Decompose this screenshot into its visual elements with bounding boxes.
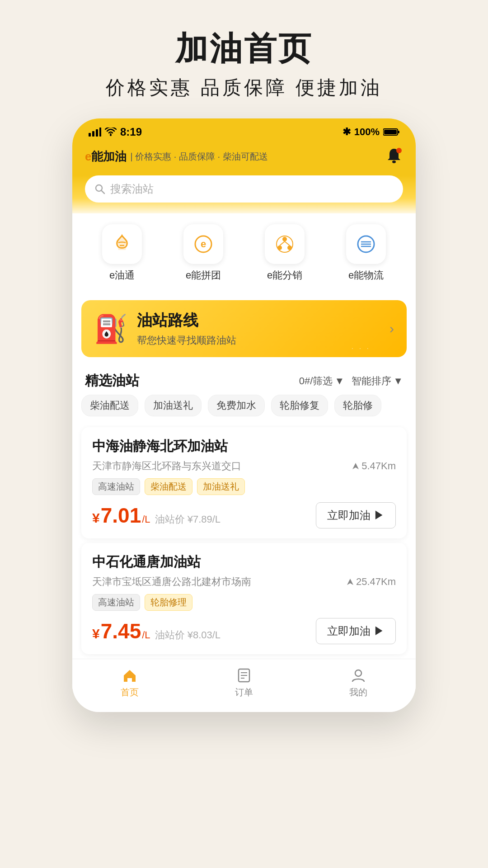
wifi-icon (105, 127, 117, 137)
filter-tag-tire-repair[interactable]: 轮胎修复 (271, 395, 328, 416)
e能物流-icon (355, 233, 377, 255)
menu-item-e油通[interactable]: e油通 (102, 224, 142, 282)
banner-decoration: · · · (352, 344, 371, 353)
quick-menu: e油通 e e能拼团 (72, 213, 416, 293)
station-tags-0: 高速油站 柴油配送 加油送礼 (92, 478, 396, 495)
bottom-nav: 首页 订单 我的 (72, 659, 416, 712)
banner-arrow-icon: › (389, 321, 394, 336)
svg-line-11 (101, 190, 104, 193)
station-price-0: ¥ 7.01 /L 油站价 ¥7.89/L (92, 503, 221, 528)
svg-point-30 (355, 670, 361, 676)
bell-icon (385, 146, 403, 165)
station-addr-row-0: 天津市静海区北环路与东兴道交口 5.47Km (92, 459, 396, 473)
search-icon (94, 183, 106, 195)
svg-rect-1 (92, 131, 94, 137)
route-banner[interactable]: ⛽ 油站路线 帮您快速寻找顺路油站 › · · · (81, 300, 407, 357)
menu-label-e能分销: e能分销 (267, 269, 302, 282)
station-tag-tire-1: 轮胎修理 (145, 594, 192, 611)
search-section: 搜索油站 (72, 175, 416, 213)
page-subtitle: 价格实惠 品质保障 便捷加油 (106, 75, 382, 100)
status-time: 8:19 (120, 126, 142, 138)
station-tag-gift-0: 加油送礼 (197, 478, 245, 495)
refuel-btn-1[interactable]: 立即加油 ▶ (316, 618, 396, 644)
station-price-row-1: ¥ 7.45 /L 油站价 ¥8.03/L 立即加油 ▶ (92, 618, 396, 644)
notification-bell[interactable] (385, 146, 403, 166)
station-addr-row-1: 天津市宝坻区通唐公路北建材市场南 25.47Km (92, 575, 396, 589)
page-header: 加油首页 价格实惠 品质保障 便捷加油 (106, 27, 382, 100)
mine-icon (350, 667, 366, 684)
svg-rect-3 (99, 127, 101, 137)
filter-sort-btn[interactable]: 智能排序 ▼ (352, 374, 403, 388)
price-main-0: 7.01 (101, 503, 141, 528)
filter-tags: 柴油配送 加油送礼 免费加水 轮胎修复 轮胎修 (72, 395, 416, 423)
station-card-0: 中海油静海北环加油站 天津市静海区北环路与东兴道交口 5.47Km 高速油站 柴… (81, 427, 407, 538)
menu-item-e能分销[interactable]: e能分销 (265, 224, 305, 282)
svg-rect-6 (398, 131, 399, 133)
nav-mine[interactable]: 我的 (349, 667, 367, 698)
svg-point-8 (392, 160, 396, 163)
home-icon (122, 667, 138, 684)
station-dist-1: 25.47Km (346, 576, 396, 588)
section-filters: 0#/筛选 ▼ 智能排序 ▼ (299, 374, 403, 388)
svg-point-17 (287, 245, 292, 250)
filter-tag-tire[interactable]: 轮胎修 (334, 395, 381, 416)
station-tag-diesel-0: 柴油配送 (145, 478, 192, 495)
app-logo-area: ee能加油能加油 | 价格实惠 · 品质保障 · 柴油可配送 (85, 149, 268, 165)
station-price-1: ¥ 7.45 /L 油站价 ¥8.03/L (92, 619, 221, 643)
navigation-icon-0 (352, 462, 360, 470)
app-logo: ee能加油能加油 (85, 149, 127, 165)
menu-icon-e能物流 (346, 224, 386, 264)
station-addr-1: 天津市宝坻区通唐公路北建材市场南 (92, 575, 251, 589)
svg-marker-24 (352, 463, 359, 469)
menu-icon-e能拼团: e (183, 224, 223, 264)
filter-grade-btn[interactable]: 0#/筛选 ▼ (299, 374, 344, 388)
status-left: 8:19 (89, 126, 142, 138)
station-name-1: 中石化通唐加油站 (92, 553, 396, 571)
menu-label-e能物流: e能物流 (348, 269, 384, 282)
menu-item-e能物流[interactable]: e能物流 (346, 224, 386, 282)
nav-home-label: 首页 (121, 686, 139, 698)
filter-tag-gift[interactable]: 加油送礼 (145, 395, 202, 416)
price-main-1: 7.45 (101, 619, 141, 643)
price-original-0: 油站价 ¥7.89/L (155, 513, 221, 526)
search-bar[interactable]: 搜索油站 (85, 175, 403, 203)
svg-marker-25 (347, 579, 353, 585)
banner-subtitle: 帮您快速寻找顺路油站 (137, 334, 236, 347)
price-original-1: 油站价 ¥8.03/L (155, 628, 221, 642)
gas-pump-icon: ⛽ (94, 313, 128, 345)
filter-tag-diesel[interactable]: 柴油配送 (81, 395, 138, 416)
phone-mockup: 8:19 ✱ 100% ee能加油能加油 | 价格实惠 · 品质保障 · 柴油可… (72, 118, 416, 712)
orders-icon (236, 667, 252, 684)
station-dist-0: 5.47Km (352, 460, 396, 472)
nav-home[interactable]: 首页 (121, 667, 139, 698)
station-price-row-0: ¥ 7.01 /L 油站价 ¥7.89/L 立即加油 ▶ (92, 502, 396, 528)
menu-icon-e能分销 (265, 224, 305, 264)
price-currency-1: ¥ (92, 626, 100, 642)
battery-icon (383, 128, 399, 136)
filter-tag-water[interactable]: 免费加水 (208, 395, 265, 416)
app-header: ee能加油能加油 | 价格实惠 · 品质保障 · 柴油可配送 (72, 143, 416, 175)
refuel-btn-0[interactable]: 立即加油 ▶ (316, 502, 396, 528)
app-tagline: | 价格实惠 · 品质保障 · 柴油可配送 (130, 151, 267, 163)
signal-icon (89, 127, 101, 137)
svg-rect-7 (384, 130, 397, 134)
nav-orders[interactable]: 订单 (235, 667, 253, 698)
nav-mine-label: 我的 (349, 686, 367, 698)
banner-text: 油站路线 帮您快速寻找顺路油站 (137, 310, 236, 347)
battery-text: 100% (354, 126, 380, 138)
station-tags-1: 高速油站 轮胎修理 (92, 594, 396, 611)
svg-line-18 (280, 241, 285, 245)
menu-item-e能拼团[interactable]: e e能拼团 (183, 224, 223, 282)
svg-rect-2 (96, 129, 98, 137)
section-header: 精选油站 0#/筛选 ▼ 智能排序 ▼ (72, 364, 416, 395)
menu-icon-e油通 (102, 224, 142, 264)
station-card-1: 中石化通唐加油站 天津市宝坻区通唐公路北建材市场南 25.47Km 高速油站 轮… (81, 543, 407, 654)
price-currency-0: ¥ (92, 510, 100, 526)
station-tag-highway-0: 高速油站 (92, 478, 140, 495)
search-placeholder: 搜索油站 (110, 182, 154, 196)
e油通-icon (111, 233, 133, 255)
svg-point-9 (396, 148, 402, 153)
navigation-icon-1 (346, 578, 354, 586)
svg-point-16 (277, 245, 282, 250)
status-right: ✱ 100% (343, 126, 399, 138)
